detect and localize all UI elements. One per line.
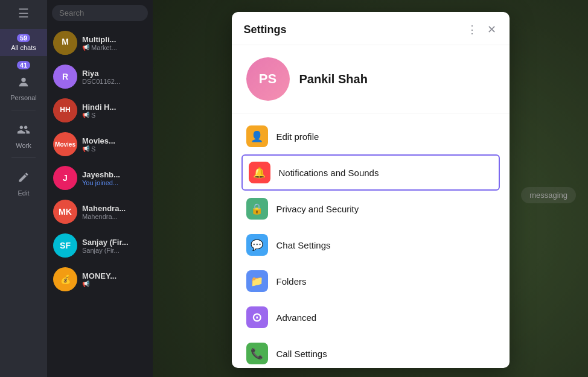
modal-header: Settings ⋮ ✕ <box>232 12 510 45</box>
menu-item-folders[interactable]: 📁 Folders <box>232 263 510 299</box>
modal-header-actions: ⋮ ✕ <box>465 22 497 37</box>
menu-label: Edit profile <box>276 131 495 142</box>
chat-info: Mahendra... Mahendra... <box>82 204 147 220</box>
avatar: PS <box>246 57 290 101</box>
profile-name: Pankil Shah <box>299 72 368 86</box>
sidebar-item-edit[interactable]: Edit <box>0 162 47 201</box>
all-chats-badge: 59 <box>17 34 30 42</box>
sidebar-all-chats-label: All chats <box>11 44 36 51</box>
menu-item-notifications[interactable]: 🔔 Notifications and Sounds <box>241 154 500 191</box>
chat-name: Hindi H... <box>82 103 147 112</box>
menu-item-edit-profile[interactable]: 👤 Edit profile <box>232 118 510 154</box>
chat-info: Hindi H... 📢 S <box>82 103 147 119</box>
avatar: HH <box>53 98 77 122</box>
list-item[interactable]: R Riya DSC01162... <box>47 60 153 93</box>
avatar: Movies <box>53 132 77 156</box>
edit-icon <box>13 166 34 188</box>
hamburger-icon[interactable]: ☰ <box>18 6 29 21</box>
chat-preview: 📢 S <box>82 145 147 153</box>
chat-info: Multipli... 📢 Market... <box>82 35 147 51</box>
chat-name: Jayeshb... <box>82 170 147 179</box>
chat-name: Sanjay (Fir... <box>82 238 147 247</box>
chat-preview: You joined... <box>82 179 147 186</box>
chat-preview: Sanjay (Fir... <box>82 247 147 254</box>
chat-preview: 📢 <box>82 280 147 287</box>
sidebar-personal-label: Personal <box>10 94 36 101</box>
sidebar: ☰ 59 All chats 41 Personal Work Edit <box>0 0 47 377</box>
sidebar-item-all-chats[interactable]: 59 All chats <box>0 29 47 56</box>
chat-name: Movies... <box>82 136 147 145</box>
avatar: 💰 <box>53 267 77 291</box>
close-button[interactable]: ✕ <box>486 22 497 37</box>
chat-list-panel: M Multipli... 📢 Market... R Riya DSC0116… <box>47 0 153 377</box>
modal-title: Settings <box>244 24 465 36</box>
menu-item-privacy[interactable]: 🔒 Privacy and Security <box>232 191 510 227</box>
sidebar-item-personal[interactable]: 41 Personal <box>0 56 47 106</box>
edit-profile-icon: 👤 <box>246 125 268 147</box>
chat-info: MONEY... 📢 <box>82 271 147 287</box>
settings-modal: Settings ⋮ ✕ PS Pankil Shah 👤 Edit profi… <box>232 12 510 368</box>
chat-info: Sanjay (Fir... Sanjay (Fir... <box>82 238 147 254</box>
chat-info: Movies... 📢 S <box>82 136 147 153</box>
search-bar <box>47 0 153 26</box>
list-item[interactable]: J Jayeshb... You joined... <box>47 161 153 195</box>
menu-label: Chat Settings <box>276 240 495 250</box>
chat-preview: 📢 Market... <box>82 44 147 51</box>
list-item[interactable]: Movies Movies... 📢 S <box>47 127 153 161</box>
profile-section: PS Pankil Shah <box>232 45 510 113</box>
call-settings-icon: 📞 <box>246 343 268 364</box>
menu-label: Privacy and Security <box>276 204 495 214</box>
chat-info: Riya DSC01162... <box>82 69 147 85</box>
menu-label: Call Settings <box>276 349 495 359</box>
chat-settings-icon: 💬 <box>246 234 268 256</box>
advanced-icon: ⊙ <box>246 306 268 328</box>
list-item[interactable]: HH Hindi H... 📢 S <box>47 93 153 127</box>
sidebar-item-work[interactable]: Work <box>0 114 47 154</box>
svg-text:M: M <box>62 37 69 46</box>
search-input[interactable] <box>52 5 148 21</box>
work-icon <box>13 119 34 141</box>
more-options-button[interactable]: ⋮ <box>465 22 479 37</box>
chat-preview: DSC01162... <box>82 78 147 85</box>
sidebar-edit-label: Edit <box>18 189 30 197</box>
list-item[interactable]: SF Sanjay (Fir... Sanjay (Fir... <box>47 229 153 262</box>
personal-icon <box>13 71 34 93</box>
folders-icon: 📁 <box>246 270 268 292</box>
list-item[interactable]: MK Mahendra... Mahendra... <box>47 195 153 229</box>
list-item[interactable]: M Multipli... 📢 Market... <box>47 26 153 60</box>
chat-preview: Mahendra... <box>82 213 147 220</box>
avatar: SF <box>53 233 77 258</box>
chat-name: Riya <box>82 69 147 78</box>
chat-name: Multipli... <box>82 35 147 44</box>
svg-text:HH: HH <box>60 106 70 114</box>
sidebar-divider <box>11 110 36 110</box>
chat-preview: 📢 S <box>82 112 147 119</box>
modal-overlay: Settings ⋮ ✕ PS Pankil Shah 👤 Edit profi… <box>153 0 588 377</box>
menu-label: Notifications and Sounds <box>279 168 493 178</box>
menu-item-chat-settings[interactable]: 💬 Chat Settings <box>232 227 510 263</box>
menu-item-call-settings[interactable]: 📞 Call Settings <box>232 335 510 368</box>
menu-item-advanced[interactable]: ⊙ Advanced <box>232 299 510 335</box>
avatar: R <box>53 65 77 89</box>
list-item[interactable]: 💰 MONEY... 📢 <box>47 262 153 296</box>
chat-name: Mahendra... <box>82 204 147 213</box>
sidebar-work-label: Work <box>16 142 31 149</box>
avatar: J <box>53 166 77 190</box>
chat-name: MONEY... <box>82 271 147 280</box>
chat-info: Jayeshb... You joined... <box>82 170 147 186</box>
svg-point-0 <box>21 78 25 82</box>
notifications-icon: 🔔 <box>249 162 270 183</box>
personal-badge: 41 <box>17 61 30 69</box>
main-area: messaging Settings ⋮ ✕ PS Pankil Shah <box>153 0 588 377</box>
privacy-icon: 🔒 <box>246 198 268 220</box>
settings-menu: 👤 Edit profile 🔔 Notifications and Sound… <box>232 113 510 368</box>
sidebar-divider-2 <box>11 157 36 158</box>
avatar: M <box>53 31 77 55</box>
menu-label: Folders <box>276 276 495 287</box>
menu-label: Advanced <box>276 312 495 323</box>
avatar: MK <box>53 200 77 224</box>
